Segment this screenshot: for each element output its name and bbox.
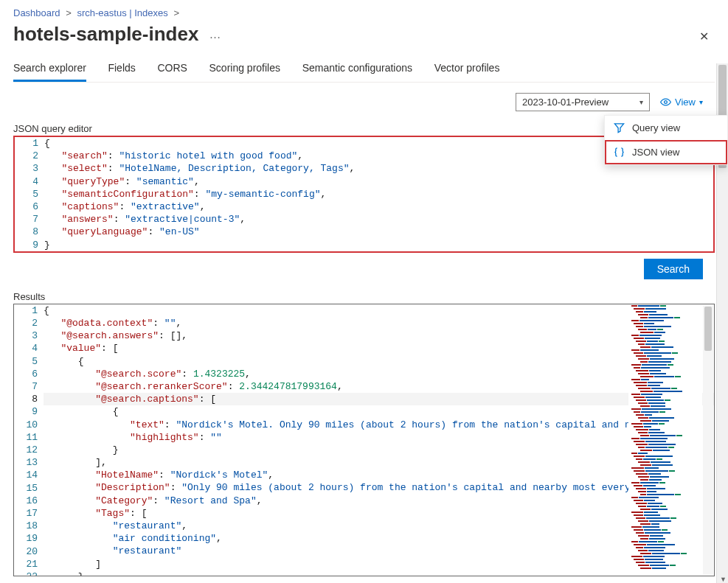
tabs: Search explorer Fields CORS Scoring prof…	[13, 62, 715, 83]
chevron-right-icon: >	[63, 7, 74, 18]
results-viewer[interactable]: 123456789101112131415161718192021222324{…	[13, 304, 715, 576]
tab-fields[interactable]: Fields	[108, 62, 135, 80]
minimap[interactable]	[628, 305, 702, 575]
results-label: Results	[13, 291, 715, 302]
chevron-down-icon: ▾	[639, 98, 643, 106]
view-dropdown-menu: Query view JSON view	[604, 115, 728, 165]
breadcrumb-item[interactable]: Dashboard	[13, 7, 60, 18]
breadcrumb-item[interactable]: srch-eastus | Indexes	[77, 7, 167, 18]
chevron-down-icon: ▾	[699, 98, 703, 106]
svg-point-0	[665, 101, 668, 104]
tab-scoring-profiles[interactable]: Scoring profiles	[209, 62, 281, 80]
scroll-down-icon[interactable]: ▼	[720, 576, 727, 583]
api-version-value: 2023-10-01-Preview	[522, 97, 609, 108]
view-menu-query[interactable]: Query view	[605, 116, 727, 140]
chevron-right-icon: >	[170, 7, 182, 18]
view-dropdown-button[interactable]: View ▾	[660, 97, 703, 108]
tab-semantic-configurations[interactable]: Semantic configurations	[302, 62, 412, 80]
search-button[interactable]: Search	[644, 259, 703, 279]
eye-icon	[660, 97, 671, 108]
breadcrumb: Dashboard > srch-eastus | Indexes >	[13, 0, 715, 18]
tab-search-explorer[interactable]: Search explorer	[13, 62, 86, 82]
api-version-select[interactable]: 2023-10-01-Preview ▾	[516, 93, 650, 111]
close-icon[interactable]: ✕	[699, 29, 709, 43]
filter-icon	[614, 122, 625, 133]
more-actions-icon[interactable]: …	[198, 28, 221, 41]
view-menu-json[interactable]: JSON view	[605, 140, 727, 164]
tab-cors[interactable]: CORS	[157, 62, 187, 80]
braces-icon	[614, 147, 625, 158]
results-scrollbar[interactable]	[703, 305, 713, 575]
page-title: hotels-sample-index	[13, 23, 198, 46]
tab-vector-profiles[interactable]: Vector profiles	[434, 62, 500, 80]
